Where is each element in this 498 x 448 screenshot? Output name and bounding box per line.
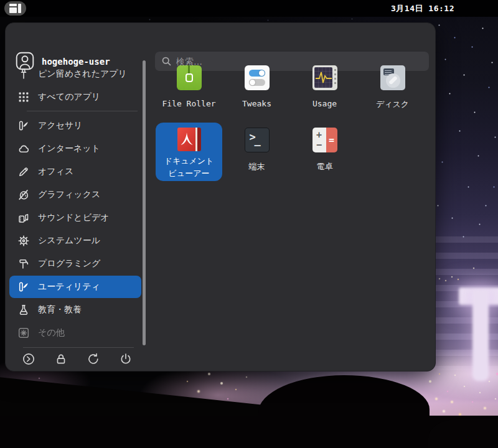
wallpaper-hill-right [428, 419, 498, 448]
sidebar-item-pinned-apps[interactable]: ピン留めされたアプリ [9, 63, 141, 85]
utility-knife-icon [18, 120, 29, 131]
restart-icon [87, 352, 100, 366]
app-label: 電卓 [317, 161, 333, 172]
film-note-icon [18, 212, 29, 223]
app-grid-row2: ドキュメント ビューアー >_ 端末 +− = 電卓 [155, 123, 431, 185]
sidebar-item-label: インターネット [38, 143, 100, 154]
sidebar-item-accessories[interactable]: アクセサリ [9, 114, 141, 137]
misc-gear-icon [18, 327, 29, 338]
pdf-book-icon [176, 126, 203, 153]
sidebar-item-label: 教育・教養 [38, 304, 82, 315]
sidebar-item-label: システムツール [38, 235, 100, 246]
terminal-icon: >_ [245, 128, 270, 152]
window-layout-icon [9, 4, 21, 13]
app-label: ディスク [376, 99, 409, 110]
utility-knife-icon [18, 281, 29, 292]
sidebar-item-programming[interactable]: プログラミング [9, 253, 141, 275]
app-label: 端末 [249, 161, 265, 172]
app-label: File Roller [162, 99, 215, 108]
power-off-button[interactable] [118, 351, 134, 367]
sidebar-item-internet[interactable]: インターネット [9, 138, 141, 160]
app-file-roller[interactable]: File Roller [155, 60, 223, 123]
sidebar-item-utilities[interactable]: ユーティリティ [9, 276, 141, 298]
sidebar-scrollbar[interactable] [143, 60, 146, 345]
wallpaper-foreground [0, 416, 498, 448]
session-divider [23, 347, 134, 348]
app-label: Usage [312, 99, 337, 108]
monitor-graph-icon [312, 65, 337, 90]
sidebar-item-office[interactable]: オフィス [9, 161, 141, 183]
toggles-icon [245, 65, 270, 90]
power-icon [119, 352, 133, 366]
cloud-icon [18, 143, 29, 154]
pin-icon [18, 68, 29, 80]
top-bar: 3月14日 16:12 [0, 0, 498, 17]
logout-button[interactable] [21, 351, 37, 367]
app-calculator[interactable]: +− = 電卓 [291, 123, 359, 185]
sidebar-item-graphics[interactable]: グラフィックス [9, 184, 141, 206]
app-label: Tweaks [242, 99, 271, 108]
clock[interactable]: 3月14日 16:12 [391, 3, 454, 14]
wallpaper-letter-t-stem [472, 290, 489, 381]
sidebar-item-label: オフィス [38, 166, 73, 177]
app-terminal[interactable]: >_ 端末 [223, 123, 291, 185]
palette-icon [18, 189, 29, 200]
app-usage[interactable]: Usage [291, 60, 359, 123]
app-grid-icon [18, 91, 29, 103]
archive-icon [177, 65, 202, 90]
session-buttons [21, 350, 134, 368]
lock-screen-button[interactable] [53, 351, 69, 367]
sidebar-item-label: アクセサリ [38, 120, 83, 131]
logout-icon [22, 352, 35, 366]
calculator-icon: +− = [312, 128, 337, 152]
app-menu-button[interactable] [4, 1, 26, 16]
application-menu-panel: hogehoge-user ピン留めされたアプリ すべてのアプリ [5, 22, 436, 371]
sidebar-item-label: サウンドとビデオ [38, 212, 110, 223]
sidebar-item-education[interactable]: 教育・教養 [9, 299, 141, 321]
gear-icon [18, 235, 29, 246]
harddisk-icon [380, 65, 405, 90]
sidebar-item-label: すべてのアプリ [38, 91, 100, 103]
sidebar-item-other[interactable]: その他 [9, 322, 141, 344]
app-tweaks[interactable]: Tweaks [223, 60, 291, 123]
sidebar-divider [27, 111, 138, 111]
sidebar-item-label: プログラミング [38, 258, 100, 269]
sidebar-item-system-tools[interactable]: システムツール [9, 230, 141, 252]
pencil-icon [18, 166, 29, 177]
sidebar-item-label: ユーティリティ [38, 281, 100, 292]
sidebar-item-label: グラフィックス [38, 189, 100, 200]
app-document-viewer-cell: ドキュメント ビューアー [155, 123, 223, 185]
hammer-icon [18, 258, 29, 269]
sidebar-item-sound-video[interactable]: サウンドとビデオ [9, 207, 141, 229]
app-disks[interactable]: ディスク [359, 60, 426, 123]
lock-icon [54, 352, 68, 366]
app-label: ドキュメント ビューアー [164, 155, 214, 179]
app-document-viewer[interactable]: ドキュメント ビューアー [156, 123, 222, 181]
flask-icon [18, 304, 29, 315]
sidebar-item-label: その他 [38, 327, 65, 338]
restart-button[interactable] [85, 351, 101, 367]
app-grid-row1: File Roller Tweaks Usage [155, 60, 431, 123]
sidebar-item-all-apps[interactable]: すべてのアプリ [9, 86, 141, 108]
sidebar-item-label: ピン留めされたアプリ [38, 68, 127, 80]
